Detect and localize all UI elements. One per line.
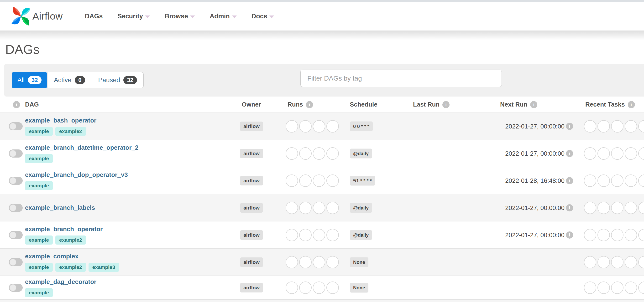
task-status-circle[interactable] — [584, 202, 596, 214]
owner-badge[interactable]: airflow — [240, 149, 263, 158]
task-status-circle[interactable] — [598, 282, 610, 294]
run-status-circle[interactable] — [286, 229, 298, 241]
run-status-circle[interactable] — [299, 202, 312, 214]
run-status-circle[interactable] — [286, 147, 298, 160]
task-status-circle[interactable] — [625, 174, 637, 187]
run-status-circle[interactable] — [326, 120, 339, 133]
task-status-circle[interactable] — [598, 174, 610, 187]
task-status-circle[interactable] — [638, 282, 644, 294]
run-status-circle[interactable] — [313, 147, 325, 160]
run-status-circle[interactable] — [326, 256, 339, 268]
nav-item-security[interactable]: Security — [110, 13, 158, 20]
dag-name-link[interactable]: example_branch_dop_operator_v3 — [25, 171, 128, 179]
run-status-circle[interactable] — [299, 120, 312, 133]
dag-tag[interactable]: example — [25, 263, 53, 272]
task-status-circle[interactable] — [598, 147, 610, 160]
owner-badge[interactable]: airflow — [240, 230, 263, 240]
task-status-circle[interactable] — [625, 202, 637, 214]
dag-pause-toggle[interactable] — [9, 149, 23, 158]
dag-tag[interactable]: example — [25, 127, 53, 136]
run-status-circle[interactable] — [299, 229, 312, 241]
task-status-circle[interactable] — [625, 256, 637, 268]
column-header-dag[interactable]: DAG — [25, 96, 39, 112]
owner-badge[interactable]: airflow — [240, 122, 263, 131]
tab-all[interactable]: All 32 — [12, 72, 47, 88]
brand[interactable]: Airflow — [11, 6, 63, 27]
task-status-circle[interactable] — [611, 202, 624, 214]
dag-pause-toggle[interactable] — [9, 177, 23, 185]
column-header-schedule[interactable]: Schedule — [350, 96, 378, 112]
dag-pause-toggle[interactable] — [9, 284, 23, 292]
run-status-circle[interactable] — [326, 147, 339, 160]
run-status-circle[interactable] — [286, 282, 298, 294]
owner-badge[interactable]: airflow — [240, 176, 263, 185]
task-status-circle[interactable] — [584, 174, 596, 187]
task-status-circle[interactable] — [598, 202, 610, 214]
nav-item-browse[interactable]: Browse — [157, 13, 202, 20]
task-status-circle[interactable] — [638, 256, 644, 268]
dag-name-link[interactable]: example_dag_decorator — [25, 278, 96, 286]
owner-badge[interactable]: airflow — [240, 283, 263, 293]
dag-tag[interactable]: example3 — [88, 263, 119, 272]
run-status-circle[interactable] — [313, 282, 325, 294]
owner-badge[interactable]: airflow — [240, 203, 263, 213]
task-status-circle[interactable] — [598, 120, 610, 133]
task-status-circle[interactable] — [584, 120, 596, 133]
filter-dags-by-tag-input[interactable] — [300, 70, 502, 87]
nav-item-dags[interactable]: DAGs — [78, 13, 110, 20]
tab-paused[interactable]: Paused 32 — [92, 72, 144, 88]
task-status-circle[interactable] — [584, 256, 596, 268]
dag-pause-toggle[interactable] — [9, 204, 23, 212]
dag-name-link[interactable]: example_complex — [25, 253, 119, 260]
dag-tag[interactable]: example2 — [55, 127, 86, 136]
run-status-circle[interactable] — [313, 256, 325, 268]
run-status-circle[interactable] — [326, 174, 339, 187]
task-status-circle[interactable] — [625, 120, 637, 133]
run-status-circle[interactable] — [326, 202, 339, 214]
task-status-circle[interactable] — [638, 120, 644, 133]
run-status-circle[interactable] — [299, 147, 312, 160]
task-status-circle[interactable] — [584, 282, 596, 294]
dag-tag[interactable]: example — [25, 181, 53, 190]
run-status-circle[interactable] — [326, 282, 339, 294]
task-status-circle[interactable] — [584, 229, 596, 241]
task-status-circle[interactable] — [584, 147, 596, 160]
run-status-circle[interactable] — [299, 174, 312, 187]
task-status-circle[interactable] — [611, 256, 624, 268]
run-status-circle[interactable] — [313, 174, 325, 187]
task-status-circle[interactable] — [625, 229, 637, 241]
task-status-circle[interactable] — [611, 174, 624, 187]
run-status-circle[interactable] — [299, 282, 312, 294]
run-status-circle[interactable] — [286, 120, 298, 133]
dag-pause-toggle[interactable] — [9, 231, 23, 239]
dag-name-link[interactable]: example_branch_operator — [25, 226, 102, 233]
column-header-owner[interactable]: Owner — [242, 96, 261, 112]
task-status-circle[interactable] — [638, 202, 644, 214]
task-status-circle[interactable] — [638, 174, 644, 187]
dag-tag[interactable]: example — [25, 288, 53, 297]
run-status-circle[interactable] — [299, 256, 312, 268]
run-status-circle[interactable] — [286, 174, 298, 187]
run-status-circle[interactable] — [313, 120, 325, 133]
run-status-circle[interactable] — [326, 229, 339, 241]
owner-badge[interactable]: airflow — [240, 258, 263, 267]
task-status-circle[interactable] — [598, 229, 610, 241]
dag-name-link[interactable]: example_branch_datetime_operator_2 — [25, 144, 138, 151]
task-status-circle[interactable] — [625, 282, 637, 294]
task-status-circle[interactable] — [638, 147, 644, 160]
dag-tag[interactable]: example — [25, 154, 53, 163]
nav-item-admin[interactable]: Admin — [202, 13, 244, 20]
run-status-circle[interactable] — [286, 256, 298, 268]
dag-name-link[interactable]: example_bash_operator — [25, 117, 96, 124]
task-status-circle[interactable] — [598, 256, 610, 268]
dag-pause-toggle[interactable] — [9, 122, 23, 130]
dag-name-link[interactable]: example_branch_labels — [25, 204, 95, 211]
dag-pause-toggle[interactable] — [9, 258, 23, 266]
task-status-circle[interactable] — [638, 229, 644, 241]
dag-tag[interactable]: example2 — [55, 263, 86, 272]
task-status-circle[interactable] — [611, 120, 624, 133]
run-status-circle[interactable] — [286, 202, 298, 214]
nav-item-docs[interactable]: Docs — [244, 13, 282, 20]
run-status-circle[interactable] — [313, 229, 325, 241]
task-status-circle[interactable] — [611, 229, 624, 241]
